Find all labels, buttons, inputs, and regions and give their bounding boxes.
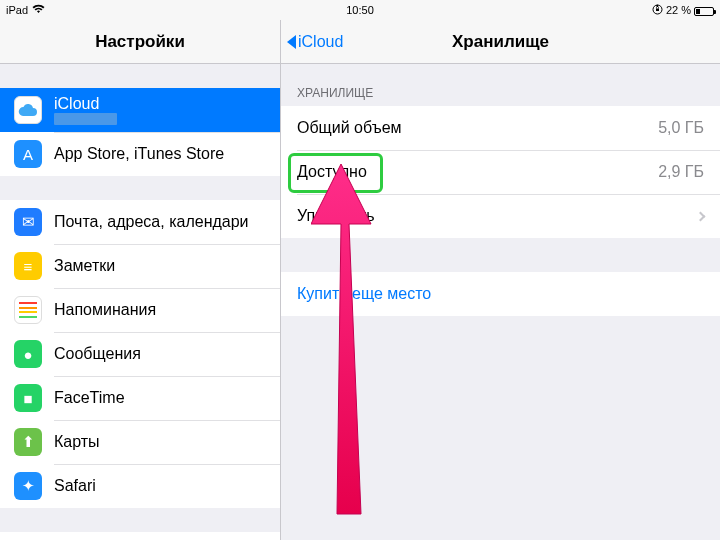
section-header-storage: ХРАНИЛИЩЕ xyxy=(281,64,720,106)
notes-icon: ≡ xyxy=(14,252,42,280)
sidebar-item-music[interactable]: ♪Музыка xyxy=(0,532,280,540)
sidebar-item-label: Сообщения xyxy=(54,345,141,363)
sidebar-item-label: Почта, адреса, календари xyxy=(54,213,249,231)
status-bar-right: 22 % xyxy=(652,4,714,17)
sidebar-item-label: FaceTime xyxy=(54,389,125,407)
facetime-icon: ■ xyxy=(14,384,42,412)
buy-more-storage-button[interactable]: Купить еще место xyxy=(281,272,720,316)
sidebar-item-notes[interactable]: ≡Заметки xyxy=(0,244,280,288)
status-bar-time: 10:50 xyxy=(0,4,720,16)
sidebar-item-maps[interactable]: ⬆Карты xyxy=(0,420,280,464)
maps-icon: ⬆ xyxy=(14,428,42,456)
storage-row-manage[interactable]: Управлять xyxy=(281,194,720,238)
row-label: Общий объем xyxy=(297,119,402,137)
row-value: 2,9 ГБ xyxy=(658,163,704,181)
reminders-icon xyxy=(14,296,42,324)
chevron-right-icon xyxy=(696,211,706,221)
sidebar-item-label: Напоминания xyxy=(54,301,156,319)
svg-rect-1 xyxy=(656,8,659,11)
sidebar-item-label: Заметки xyxy=(54,257,115,275)
row-label: Управлять xyxy=(297,207,375,225)
sidebar-item-label: Карты xyxy=(54,433,100,451)
battery-percent: 22 % xyxy=(666,4,691,16)
row-value: 5,0 ГБ xyxy=(658,119,704,137)
device-label: iPad xyxy=(6,4,28,16)
icloud-icon xyxy=(14,96,42,124)
back-label: iCloud xyxy=(298,33,343,51)
sidebar-item-appstore[interactable]: AApp Store, iTunes Store xyxy=(0,132,280,176)
sidebar-item-icloud[interactable]: iCloud xyxy=(0,88,280,132)
sidebar-item-label: App Store, iTunes Store xyxy=(54,145,224,163)
right-nav-title: Хранилище xyxy=(452,32,549,52)
sidebar-item-safari[interactable]: ✦Safari xyxy=(0,464,280,508)
status-bar: iPad 10:50 22 % xyxy=(0,0,720,20)
mail-icon: ✉ xyxy=(14,208,42,236)
back-button[interactable]: iCloud xyxy=(287,33,343,51)
messages-icon: ● xyxy=(14,340,42,368)
appstore-icon: A xyxy=(14,140,42,168)
detail-pane: iCloud Хранилище ХРАНИЛИЩЕ Общий объем5,… xyxy=(281,20,720,540)
storage-row-available: Доступно2,9 ГБ xyxy=(281,150,720,194)
left-navbar: Настройки xyxy=(0,20,280,64)
sidebar: Настройки iCloud AApp Store, iTunes Stor… xyxy=(0,20,281,540)
sidebar-item-label: iCloud xyxy=(54,95,117,113)
safari-icon: ✦ xyxy=(14,472,42,500)
right-navbar: iCloud Хранилище xyxy=(281,20,720,64)
sidebar-item-messages[interactable]: ●Сообщения xyxy=(0,332,280,376)
chevron-left-icon xyxy=(287,35,296,49)
sidebar-item-reminders[interactable]: Напоминания xyxy=(0,288,280,332)
status-bar-left: iPad xyxy=(6,4,45,16)
sidebar-item-subtext xyxy=(54,113,117,125)
row-label: Доступно xyxy=(297,163,367,181)
left-nav-title: Настройки xyxy=(95,32,185,52)
sidebar-item-mail[interactable]: ✉Почта, адреса, календари xyxy=(0,200,280,244)
wifi-icon xyxy=(32,4,45,16)
battery-icon xyxy=(694,7,714,16)
buy-more-label: Купить еще место xyxy=(297,285,431,303)
sidebar-item-label: Safari xyxy=(54,477,96,495)
orientation-lock-icon xyxy=(652,4,663,17)
storage-row-total: Общий объем5,0 ГБ xyxy=(281,106,720,150)
sidebar-item-facetime[interactable]: ■FaceTime xyxy=(0,376,280,420)
